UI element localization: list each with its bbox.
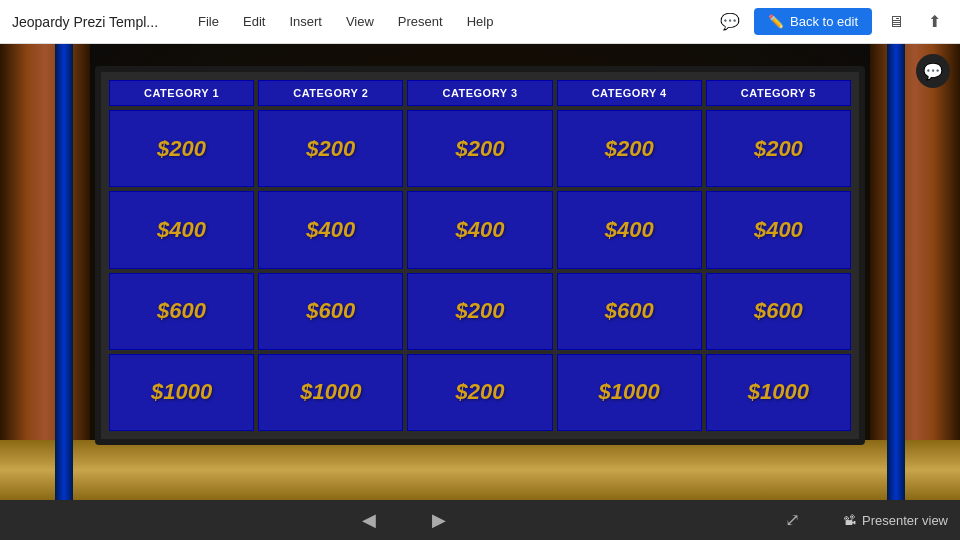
navbar: Jeopardy Prezi Templ... File Edit Insert… [0, 0, 960, 44]
money-cell-r1-c2[interactable]: $200 [258, 110, 403, 187]
money-cell-r2-c1[interactable]: $400 [109, 191, 254, 268]
menu-view[interactable]: View [336, 10, 384, 33]
money-cell-r3-c4[interactable]: $600 [557, 273, 702, 350]
category-cell-2[interactable]: CATEGORY 2 [258, 80, 403, 106]
category-cell-4[interactable]: CATEGORY 4 [557, 80, 702, 106]
money-cell-r4-c2[interactable]: $1000 [258, 354, 403, 431]
money-cell-r4-c3[interactable]: $200 [407, 354, 552, 431]
money-cell-r3-c3[interactable]: $200 [407, 273, 552, 350]
metal-bar-right [887, 44, 905, 500]
curtain-left [0, 44, 90, 500]
money-cell-r2-c4[interactable]: $400 [557, 191, 702, 268]
money-cell-r2-c2[interactable]: $400 [258, 191, 403, 268]
stage-floor [0, 440, 960, 500]
money-cell-r1-c4[interactable]: $200 [557, 110, 702, 187]
money-cell-r4-c4[interactable]: $1000 [557, 354, 702, 431]
money-cell-r3-c1[interactable]: $600 [109, 273, 254, 350]
presenter-view-label: Presenter view [862, 513, 948, 528]
money-cell-r1-c1[interactable]: $200 [109, 110, 254, 187]
presenter-view-button[interactable]: 📽 Presenter view [843, 513, 948, 528]
menu-present[interactable]: Present [388, 10, 453, 33]
prev-arrow[interactable]: ◀ [350, 503, 388, 537]
menu-insert[interactable]: Insert [279, 10, 332, 33]
money-cell-r1-c5[interactable]: $200 [706, 110, 851, 187]
nav-menu: File Edit Insert View Present Help [188, 10, 503, 33]
back-to-edit-button[interactable]: ✏️ Back to edit [754, 8, 872, 35]
comment-icon[interactable]: 💬 [716, 8, 744, 36]
next-arrow[interactable]: ▶ [420, 503, 458, 537]
money-cell-r4-c1[interactable]: $1000 [109, 354, 254, 431]
money-cell-r2-c3[interactable]: $400 [407, 191, 552, 268]
curtain-right [870, 44, 960, 500]
chat-bubble-icon[interactable]: 💬 [916, 54, 950, 88]
share-icon[interactable]: ⬆ [920, 8, 948, 36]
menu-edit[interactable]: Edit [233, 10, 275, 33]
board-frame: CATEGORY 1CATEGORY 2CATEGORY 3CATEGORY 4… [95, 66, 865, 445]
fullscreen-button[interactable]: ⤢ [785, 509, 800, 531]
money-cell-r3-c5[interactable]: $600 [706, 273, 851, 350]
money-cell-r4-c5[interactable]: $1000 [706, 354, 851, 431]
money-cell-r3-c2[interactable]: $600 [258, 273, 403, 350]
jeopardy-grid: CATEGORY 1CATEGORY 2CATEGORY 3CATEGORY 4… [109, 80, 851, 431]
money-cell-r1-c3[interactable]: $200 [407, 110, 552, 187]
pencil-icon: ✏️ [768, 14, 784, 29]
menu-file[interactable]: File [188, 10, 229, 33]
main-area: CATEGORY 1CATEGORY 2CATEGORY 3CATEGORY 4… [0, 44, 960, 500]
category-cell-5[interactable]: CATEGORY 5 [706, 80, 851, 106]
nav-right: 💬 ✏️ Back to edit 🖥 ⬆ [716, 8, 948, 36]
back-to-edit-label: Back to edit [790, 14, 858, 29]
metal-bar-left [55, 44, 73, 500]
money-cell-r2-c5[interactable]: $400 [706, 191, 851, 268]
bottom-bar: ◀ ▶ 📽 Presenter view ⤢ [0, 500, 960, 540]
category-cell-1[interactable]: CATEGORY 1 [109, 80, 254, 106]
projector-icon: 📽 [843, 513, 856, 528]
app-title: Jeopardy Prezi Templ... [12, 14, 158, 30]
menu-help[interactable]: Help [457, 10, 504, 33]
category-cell-3[interactable]: CATEGORY 3 [407, 80, 552, 106]
screen-icon[interactable]: 🖥 [882, 8, 910, 36]
